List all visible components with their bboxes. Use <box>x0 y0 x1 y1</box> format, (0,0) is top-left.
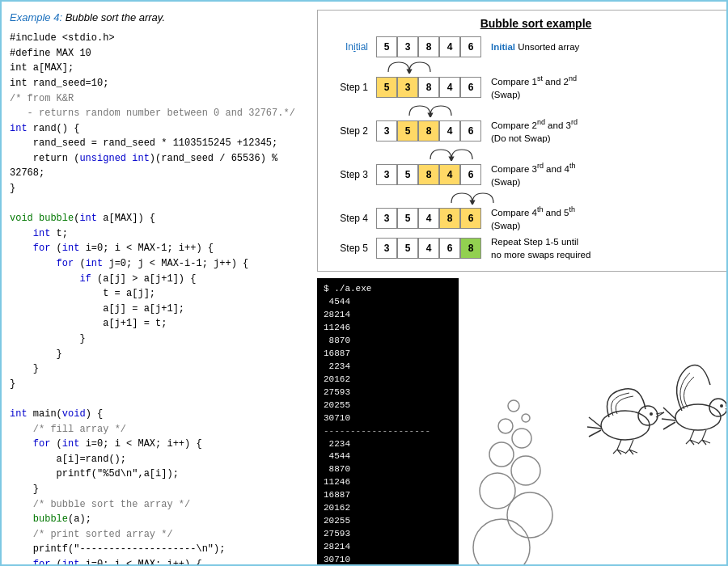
svg-point-8 <box>473 519 530 566</box>
arrow-svg-2 <box>405 104 454 117</box>
bst-desc-initial: Initial Unsorted array <box>491 40 579 53</box>
terminal-line: 11246 <box>324 476 452 489</box>
bird-1 <box>587 388 664 454</box>
bst-cell: 6 <box>460 77 481 98</box>
bubble-sort-table: Bubble sort example Initial 5 3 8 4 6 In… <box>317 10 728 272</box>
bst-row-step4: Step 4 3 5 4 8 6 Compare 4th and 5th(Swa… <box>328 205 728 232</box>
bst-label-step2: Step 2 <box>328 125 376 137</box>
code-line: for (int j=0; j < MAX-i-1; j++) { <box>10 256 309 272</box>
terminal-line: 8870 <box>324 335 452 348</box>
terminal-line: 11246 <box>324 322 452 335</box>
code-line: if (a[j] > a[j+1]) { <box>10 272 309 287</box>
arrow-container-4 <box>447 192 728 205</box>
code-line: for (int i=0; i < MAX-1; i++) { <box>10 241 309 256</box>
bst-cell: 4 <box>418 238 439 259</box>
code-line: int rand_seed=10; <box>10 76 309 91</box>
bst-cell: 8 <box>418 120 439 142</box>
svg-point-0 <box>508 400 519 412</box>
right-panel: Bubble sort example Initial 5 3 8 4 6 In… <box>317 10 728 560</box>
bst-desc-step2: Compare 2nd and 3rd(Do not Swap) <box>491 117 578 145</box>
bst-cell: 3 <box>376 238 397 259</box>
bst-cell: 4 <box>439 120 460 142</box>
bst-cells-step5: 3 5 4 6 8 <box>376 238 481 259</box>
code-line: a[i]=rand(); <box>10 452 309 467</box>
terminal-line: 30710 <box>324 554 452 566</box>
terminal-divider: -------------------- <box>324 425 452 438</box>
arrow-container-3 <box>426 148 728 161</box>
bst-cell: 6 <box>439 238 460 259</box>
bubbles-svg <box>469 394 566 566</box>
terminal-line: 20162 <box>324 374 452 386</box>
bird-2 <box>662 365 728 445</box>
terminal-line: 2234 <box>324 438 452 451</box>
arrow-container-2 <box>405 104 728 117</box>
bst-desc-step5: Repeat Step 1-5 untilno more swaps requi… <box>491 235 590 261</box>
code-line: } <box>10 181 309 196</box>
code-line: printf("%5d\n",a[i]); <box>10 467 309 482</box>
bst-label-initial: Initial <box>328 41 376 53</box>
code-line: } <box>10 482 309 497</box>
code-line: #include <stdio.h> <box>10 31 309 46</box>
code-line: /* print sorted array */ <box>10 527 309 543</box>
bst-label-step4: Step 4 <box>328 213 376 224</box>
arrow-container-1 <box>384 61 728 74</box>
terminal-line: 2234 <box>324 361 452 374</box>
code-line: #define MAX 10 <box>10 46 309 61</box>
terminal-line: 28214 <box>324 309 452 322</box>
code-line: } <box>10 347 309 362</box>
svg-point-2 <box>498 419 513 433</box>
code-line: /* fill array */ <box>10 422 309 437</box>
bubbles-illustration <box>465 278 570 566</box>
code-line: rand_seed = rand_seed * 1103515245 +1234… <box>10 136 309 151</box>
bst-cell: 3 <box>376 120 397 142</box>
code-line: int t; <box>10 226 309 242</box>
bst-cell: 8 <box>439 208 460 229</box>
code-line: } <box>10 361 309 377</box>
bst-desc-step1: Compare 1st and 2nd(Swap) <box>491 74 577 101</box>
terminal-line: 16887 <box>324 489 452 502</box>
terminal-output: $ ./a.exe 4544 28214 11246 8870 16887 22… <box>317 278 459 566</box>
svg-point-1 <box>522 414 530 422</box>
terminal-line: 30710 <box>324 412 452 425</box>
bst-cells-step4: 3 5 4 8 6 <box>376 208 481 229</box>
code-line: bubble(a); <box>10 512 309 527</box>
terminal-line: 20255 <box>324 515 452 528</box>
bst-cell: 6 <box>460 36 481 57</box>
main-container: Example 4: Bubble sort the array. #inclu… <box>2 2 728 566</box>
bst-cell: 5 <box>397 164 418 185</box>
bst-cell: 8 <box>460 238 481 259</box>
code-line: /* from K&R <box>10 91 309 107</box>
bst-desc-step3: Compare 3rd and 4th(Swap) <box>491 161 575 188</box>
bst-label-step5: Step 5 <box>328 243 376 254</box>
example-label: Example 4: <box>10 11 62 23</box>
example-text: Bubble sort the array. <box>66 11 165 23</box>
code-block: #include <stdio.h> #define MAX 10 int a[… <box>10 31 309 566</box>
code-line: /* bubble sort the array */ <box>10 497 309 513</box>
svg-point-10 <box>638 406 658 425</box>
code-line: a[j+1] = t; <box>10 316 309 332</box>
code-line: int main(void) { <box>10 407 309 422</box>
code-line: } <box>10 332 309 347</box>
bst-row-step1: Step 1 5 3 8 4 6 Compare 1st and 2nd(Swa… <box>328 74 728 101</box>
code-line: void bubble(int a[MAX]) { <box>10 211 309 226</box>
code-line: t = a[j]; <box>10 286 309 302</box>
bst-cell: 3 <box>397 77 418 98</box>
bst-row-step5: Step 5 3 5 4 6 8 Repeat Step 1-5 untilno… <box>328 235 728 261</box>
svg-point-11 <box>650 412 653 416</box>
code-line <box>10 391 309 407</box>
terminal-line: 8870 <box>324 463 452 476</box>
bst-cell: 4 <box>439 77 460 98</box>
code-line: - returns random number between 0 and 32… <box>10 106 309 121</box>
code-line: for (int i=0; i < MAX; i++) { <box>10 557 309 566</box>
bst-cell: 5 <box>376 77 397 98</box>
bst-cell: 3 <box>397 36 418 57</box>
code-panel: Example 4: Bubble sort the array. #inclu… <box>10 10 309 560</box>
svg-point-14 <box>720 404 723 408</box>
arrow-svg-1 <box>384 61 433 74</box>
code-line: int rand() { <box>10 121 309 137</box>
bst-cell: 8 <box>418 36 439 57</box>
code-line: for (int i=0; i < MAX; i++) { <box>10 437 309 452</box>
bst-cell: 4 <box>439 36 460 57</box>
terminal-line: 28214 <box>324 541 452 554</box>
arrow-svg-4 <box>447 192 496 205</box>
